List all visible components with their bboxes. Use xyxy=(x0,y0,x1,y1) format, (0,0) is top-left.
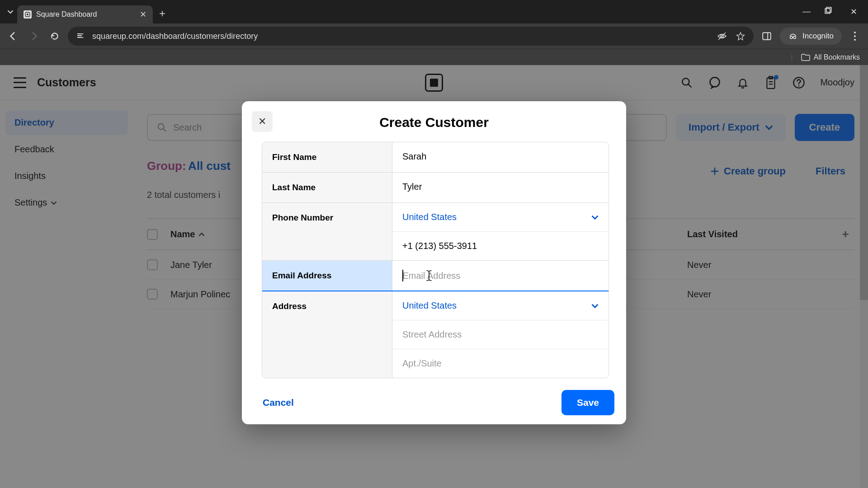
field-first-name: First Name Sarah xyxy=(262,142,609,173)
folder-icon xyxy=(801,54,810,61)
chevron-down-icon xyxy=(591,214,599,221)
email-input[interactable]: Email Address xyxy=(392,261,609,291)
incognito-label: Incognito xyxy=(802,32,834,41)
field-email: Email Address Email Address xyxy=(262,261,609,291)
address-country-select[interactable]: United States xyxy=(392,291,609,320)
apt-suite-input[interactable]: Apt./Suite xyxy=(392,349,609,378)
create-customer-modal: ✕ Create Customer First Name Sarah Last … xyxy=(242,101,626,424)
svg-point-6 xyxy=(82,37,84,38)
input-placeholder: Email Address xyxy=(403,271,461,281)
maximize-button[interactable] xyxy=(825,7,835,17)
last-name-input[interactable]: Tyler xyxy=(392,173,609,201)
separator: | xyxy=(791,53,793,61)
field-label: Email Address xyxy=(262,261,392,291)
field-label: Phone Number xyxy=(262,203,392,260)
all-bookmarks-button[interactable]: All Bookmarks xyxy=(814,53,860,61)
window-controls: — ✕ xyxy=(801,7,859,17)
input-value: +1 (213) 555-3911 xyxy=(402,241,477,251)
address-bar: squareup.com/dashboard/customers/directo… xyxy=(0,23,868,49)
field-label: Last Name xyxy=(262,173,392,202)
tab-favicon xyxy=(24,10,32,19)
phone-number-input[interactable]: +1 (213) 555-3911 xyxy=(392,232,609,260)
svg-point-16 xyxy=(854,39,856,41)
forward-button[interactable] xyxy=(26,28,42,44)
side-panel-icon[interactable] xyxy=(759,28,774,44)
field-phone: Phone Number United States +1 (213) 555-… xyxy=(262,203,609,261)
select-value: United States xyxy=(402,212,457,222)
street-address-input[interactable]: Street Address xyxy=(392,320,609,349)
modal-overlay[interactable]: ✕ Create Customer First Name Sarah Last … xyxy=(0,65,868,488)
field-last-name: Last Name Tyler xyxy=(262,173,609,203)
select-value: United States xyxy=(402,300,457,311)
close-window-button[interactable]: ✕ xyxy=(848,7,859,17)
field-address: Address United States Street Address Apt… xyxy=(262,291,609,378)
close-tab-icon[interactable]: ✕ xyxy=(140,9,146,19)
url-input[interactable]: squareup.com/dashboard/customers/directo… xyxy=(68,27,754,46)
cancel-button[interactable]: Cancel xyxy=(254,390,303,415)
input-value: Tyler xyxy=(402,182,422,192)
bookmark-star-icon[interactable] xyxy=(736,31,745,41)
url-text: squareup.com/dashboard/customers/directo… xyxy=(92,32,258,41)
svg-line-8 xyxy=(718,33,726,40)
save-button[interactable]: Save xyxy=(561,390,614,415)
field-label: First Name xyxy=(262,142,392,172)
site-settings-icon[interactable] xyxy=(76,31,86,41)
svg-point-4 xyxy=(82,33,84,35)
browser-menu-icon[interactable] xyxy=(847,28,863,44)
save-label: Save xyxy=(577,397,599,408)
browser-tab[interactable]: Square Dashboard ✕ xyxy=(17,5,153,23)
svg-point-11 xyxy=(790,36,793,39)
svg-point-5 xyxy=(80,35,82,37)
svg-rect-2 xyxy=(825,9,830,14)
phone-country-select[interactable]: United States xyxy=(392,203,609,232)
incognito-indicator[interactable]: Incognito xyxy=(780,28,842,45)
svg-rect-9 xyxy=(763,33,771,39)
modal-body[interactable]: First Name Sarah Last Name Tyler Phone N… xyxy=(242,142,626,381)
svg-point-15 xyxy=(854,35,856,37)
svg-rect-1 xyxy=(27,14,28,15)
tab-list-dropdown[interactable] xyxy=(4,5,17,19)
cancel-label: Cancel xyxy=(263,397,294,408)
input-placeholder: Street Address xyxy=(402,329,462,340)
first-name-input[interactable]: Sarah xyxy=(392,142,609,171)
input-placeholder: Apt./Suite xyxy=(402,358,442,369)
close-modal-button[interactable]: ✕ xyxy=(252,111,273,132)
field-label: Address xyxy=(262,291,392,378)
chevron-down-icon xyxy=(591,302,599,310)
svg-rect-3 xyxy=(826,7,831,12)
input-value: Sarah xyxy=(402,151,426,162)
reload-button[interactable] xyxy=(47,28,62,44)
svg-point-14 xyxy=(854,32,856,33)
tab-title: Square Dashboard xyxy=(36,10,97,19)
bookmarks-bar: | All Bookmarks xyxy=(0,49,868,65)
modal-footer: Cancel Save xyxy=(242,381,626,424)
back-button[interactable] xyxy=(5,28,21,44)
app-viewport: Customers Moodjoy Directory Fee xyxy=(0,65,868,488)
new-tab-button[interactable]: + xyxy=(159,7,165,20)
eye-off-icon[interactable] xyxy=(717,31,727,42)
svg-point-12 xyxy=(793,36,796,39)
browser-tab-strip: Square Dashboard ✕ + — ✕ xyxy=(0,0,868,23)
modal-title: Create Customer xyxy=(255,115,613,130)
incognito-icon xyxy=(788,31,798,41)
minimize-button[interactable]: — xyxy=(801,7,812,17)
